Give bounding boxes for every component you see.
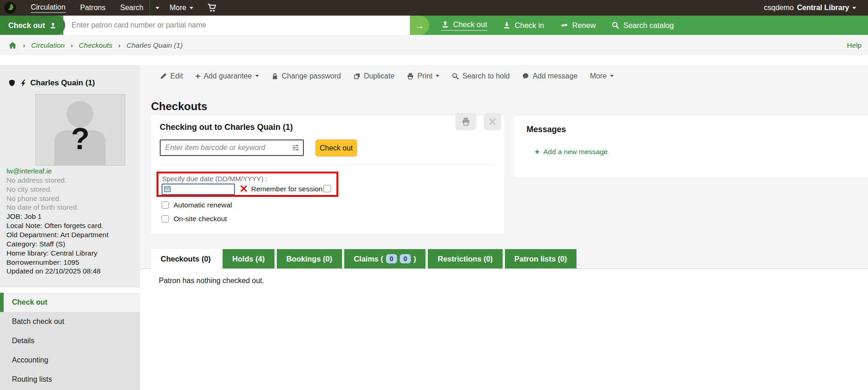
printer-icon	[461, 117, 471, 126]
claims-count-badge: 0	[386, 254, 397, 263]
checkout-upload-icon	[49, 22, 57, 29]
onsite-checkout-checkbox[interactable]	[162, 215, 169, 223]
panel-divider	[160, 164, 495, 165]
page-title: Checkouts	[151, 100, 207, 113]
patron-detail-line: Local Note: Often forgets card.	[6, 221, 108, 230]
top-nav: Circulation Patrons Search More csqdemo …	[0, 0, 868, 16]
patron-email-link[interactable]: lw@interleaf.ie	[6, 167, 52, 175]
patron-detail-line: Old Department: Art Department	[6, 230, 108, 240]
patron-search-input[interactable]	[63, 16, 428, 35]
patron-missing-line: No phone stored.	[6, 194, 79, 203]
patron-name: Charles Quain (1)	[30, 78, 95, 88]
quick-search-bar: Check out → Check out Check in	[0, 16, 868, 35]
patron-detail-line: Home library: Central Library	[6, 249, 108, 258]
tab-claims[interactable]: Claims (00)	[344, 249, 426, 268]
claims-count-badge: 0	[400, 254, 411, 263]
search-submit-button[interactable]: →	[410, 16, 429, 35]
nav-more[interactable]: More	[169, 4, 193, 12]
close-icon[interactable]	[484, 113, 501, 130]
tab-holds-4[interactable]: Holds (4)	[223, 249, 274, 268]
messages-panel: Messages + Add a new message	[514, 116, 868, 177]
patron-missing-line: No date of birth stored.	[6, 203, 79, 212]
empty-checkouts-message: Patron has nothing checked out.	[159, 277, 264, 285]
shield-icon	[8, 79, 16, 87]
item-barcode-input[interactable]	[160, 139, 304, 156]
patron-detail-line: Category: Staff (S)	[6, 240, 108, 249]
print-slip-button[interactable]	[455, 113, 476, 130]
plus-icon: +	[196, 72, 201, 80]
tab-restrictions-0[interactable]: Restrictions (0)	[428, 249, 502, 268]
quicklink-renew[interactable]: Renew	[560, 21, 596, 30]
patron-detail-line: Borrowernumber: 1095	[6, 258, 108, 267]
checking-out-heading: Checking out to Charles Quain (1)	[160, 123, 293, 132]
tab-checkouts-0[interactable]: Checkouts (0)	[151, 249, 220, 269]
change-password-button[interactable]: Change password	[271, 72, 341, 80]
check-out-submit-button[interactable]: Check out	[315, 139, 357, 156]
add-new-message-link[interactable]: + Add a new message	[535, 148, 608, 156]
quicklink-check-in[interactable]: Check in	[503, 21, 544, 30]
remember-session-checkbox[interactable]	[324, 185, 331, 192]
sidebar-item-details[interactable]: Details	[0, 331, 140, 351]
messages-title: Messages	[526, 125, 566, 134]
tab-patron-lists-0[interactable]: Patron lists (0)	[505, 249, 577, 268]
nav-circulation[interactable]: Circulation	[31, 3, 66, 13]
help-link[interactable]: Help	[847, 41, 862, 50]
due-date-input[interactable]	[162, 184, 235, 195]
patron-detail-line: Updated on 22/10/2025 08:48	[6, 267, 108, 276]
add-message-button[interactable]: Add message	[522, 72, 577, 80]
speech-bubble-icon	[522, 72, 529, 80]
tab-bookings-0[interactable]: Bookings (0)	[277, 249, 342, 268]
add-guarantee-button[interactable]: + Add guarantee	[196, 72, 259, 80]
due-date-label: Specify due date (DD/MM/YYYY) :	[162, 175, 267, 183]
due-date-highlight-box: Specify due date (DD/MM/YYYY) : Remember…	[157, 172, 338, 197]
patron-tabs: Checkouts (0)Holds (4)Bookings (0)Claims…	[151, 249, 577, 269]
automatic-renewal-row: Automatic renewal	[162, 201, 232, 209]
sidebar-item-check-out[interactable]: Check out	[0, 293, 140, 312]
cart-icon[interactable]	[207, 3, 217, 12]
library-selector[interactable]: csqdemo Central Library	[764, 4, 856, 12]
sidebar-item-batch-check-out[interactable]: Batch check out	[0, 312, 140, 331]
home-icon[interactable]	[8, 41, 17, 50]
patron-section-menu: Check outBatch check outDetailsAccountin…	[0, 293, 140, 390]
edit-button[interactable]: Edit	[160, 72, 183, 80]
patron-avatar: ?	[35, 94, 125, 166]
pencil-icon	[160, 72, 167, 80]
breadcrumb-circulation[interactable]: Circulation	[31, 41, 65, 50]
bolt-icon	[20, 79, 26, 87]
lock-icon	[271, 72, 279, 80]
koha-logo-icon[interactable]	[4, 2, 16, 14]
automatic-renewal-checkbox[interactable]	[162, 201, 169, 209]
nav-patrons[interactable]: Patrons	[80, 4, 106, 12]
magnifier-icon	[452, 72, 459, 80]
quicklink-search-catalog[interactable]: Search catalog	[611, 21, 674, 30]
sliders-icon[interactable]	[291, 144, 300, 152]
printer-icon	[407, 72, 414, 80]
patron-missing-info: No address stored.No city stored.No phon…	[6, 176, 79, 212]
sidebar-item-accounting[interactable]: Accounting	[0, 351, 140, 370]
breadcrumb-current: Charles Quain (1)	[126, 41, 182, 50]
search-mode-label: Check out	[8, 21, 45, 30]
breadcrumb: › Circulation › Checkouts › Charles Quai…	[0, 35, 868, 56]
duplicate-button[interactable]: Duplicate	[353, 72, 395, 80]
remember-session-label: Remember for session:	[251, 185, 325, 193]
patron-missing-line: No city stored.	[6, 185, 79, 194]
checking-out-panel: Checking out to Charles Quain (1) Check …	[151, 116, 504, 234]
patron-details: JOB: Job 1Local Note: Often forgets card…	[6, 212, 108, 276]
sidebar-item-routing-lists[interactable]: Routing lists	[0, 370, 140, 389]
logged-in-user: csqdemo	[764, 4, 794, 12]
tab-content: Patron has nothing checked out.	[140, 268, 868, 390]
search-dropdown-caret-icon[interactable]	[156, 7, 159, 9]
patron-missing-line: No address stored.	[6, 176, 79, 185]
patron-info-panel: Charles Quain (1) ? lw@interleaf.ie No a…	[0, 65, 140, 288]
clear-date-icon[interactable]	[240, 185, 247, 192]
print-button[interactable]: Print	[407, 72, 439, 80]
nav-search[interactable]: Search	[120, 4, 144, 12]
breadcrumb-checkouts[interactable]: Checkouts	[79, 41, 112, 50]
search-mode-pill[interactable]: Check out	[0, 16, 65, 35]
quicklink-check-out[interactable]: Check out	[441, 20, 487, 31]
more-button[interactable]: More	[590, 72, 613, 80]
search-to-hold-button[interactable]: Search to hold	[452, 72, 510, 80]
plus-icon: +	[535, 148, 540, 156]
duplicate-icon	[353, 72, 361, 80]
patron-detail-line: JOB: Job 1	[6, 212, 108, 221]
